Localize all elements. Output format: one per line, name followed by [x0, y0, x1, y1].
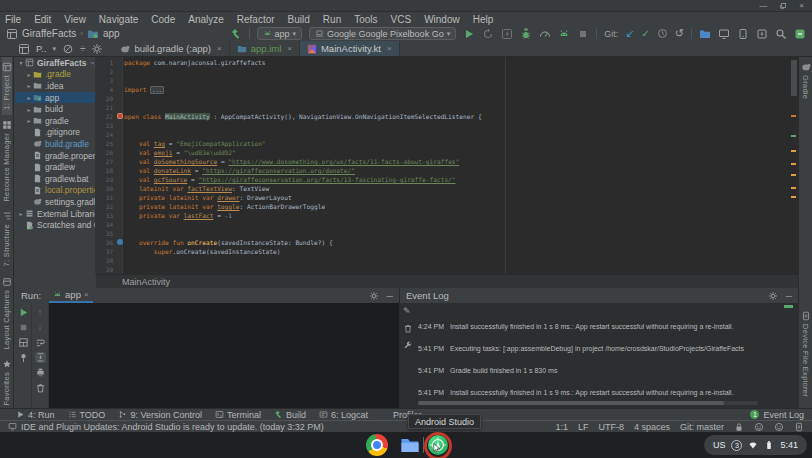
menu-view[interactable]: View [64, 14, 86, 25]
run-tab-app[interactable]: app × [49, 288, 93, 303]
breadcrumb-project[interactable]: GiraffeFacts [22, 28, 76, 39]
pin-icon[interactable] [18, 352, 29, 363]
box-down-icon[interactable] [756, 28, 768, 40]
collapse-icon[interactable]: ÷ [80, 44, 86, 54]
event-log-entry[interactable]: 5:41 PM Gradle build finished in 1 s 830… [418, 359, 785, 381]
tree-item-local-properties[interactable]: local.properties [15, 185, 95, 197]
rerun-icon[interactable] [18, 307, 29, 318]
bug-icon[interactable] [520, 28, 532, 40]
tree-item-gradle[interactable]: ▸ gradle [15, 115, 95, 127]
trash-icon[interactable] [403, 323, 413, 333]
mark-read-icon[interactable]: ✎ [403, 307, 413, 316]
stripe-item-gradle[interactable]: Gradle [801, 57, 811, 104]
soft-wrap-icon[interactable] [35, 337, 46, 348]
tab-app-iml[interactable]: app.iml × [230, 41, 300, 56]
close-icon[interactable]: × [84, 290, 89, 299]
stop-icon[interactable] [18, 322, 29, 333]
wrench-icon[interactable] [403, 340, 413, 350]
gear-icon[interactable] [369, 291, 379, 301]
project-view-icon[interactable] [18, 43, 30, 55]
menu-vcs[interactable]: VCS [391, 14, 412, 25]
smiley-icon[interactable] [774, 422, 784, 432]
event-log-badge[interactable]: 1 Event Log [750, 410, 812, 420]
close-icon[interactable]: × [217, 44, 222, 53]
close-icon[interactable]: × [799, 2, 804, 10]
keyboard-layout[interactable]: US [713, 440, 726, 450]
menu-tools[interactable]: Tools [354, 14, 377, 25]
close-icon[interactable]: × [287, 44, 292, 53]
system-tray[interactable]: US 3 5:41 [704, 435, 807, 455]
smiley-icon[interactable] [754, 422, 764, 432]
menu-run[interactable]: Run [323, 14, 341, 25]
toolwindow-build[interactable]: Build [274, 410, 306, 420]
rollback-icon[interactable]: ↺ [675, 28, 684, 39]
event-log-entry[interactable]: 5:41 PM Install successfully finished in… [418, 381, 785, 403]
minimize-icon[interactable]: ─ [387, 291, 393, 301]
tree-item-build[interactable]: ▸ build [15, 103, 95, 115]
minimize-icon[interactable]: — [759, 2, 767, 10]
hide-icon[interactable] [62, 43, 74, 55]
restore-icon[interactable] [779, 2, 787, 10]
down-icon[interactable]: ↓ [35, 322, 46, 333]
status-segment[interactable]: UTF-8 [598, 422, 624, 432]
class-gutter-icon[interactable] [117, 113, 123, 119]
menu-file[interactable]: File [5, 14, 21, 25]
event-log-entry[interactable]: 5:41 PM Executing tasks: [:app:assembleD… [418, 337, 785, 359]
monitor-icon[interactable] [718, 28, 730, 40]
stripe-item-layout-captures[interactable]: Layout Captures [2, 272, 12, 355]
gear-icon[interactable] [91, 43, 103, 55]
menu-edit[interactable]: Edit [34, 14, 51, 25]
editor-error-stripe[interactable] [790, 57, 798, 274]
restore-layout-icon[interactable] [18, 337, 29, 348]
stripe-item-device-file-explorer[interactable]: Device File Explorer [801, 306, 811, 402]
menu-refactor[interactable]: Refactor [237, 14, 275, 25]
tree-item--gradle[interactable]: ▸ .gradle [15, 69, 95, 81]
menu-code[interactable]: Code [151, 14, 175, 25]
project-view-selector[interactable]: P.. [36, 43, 46, 54]
close-icon[interactable]: × [387, 44, 392, 53]
tree-item-settings-gradle[interactable]: settings.gradle [15, 196, 95, 208]
clear-icon[interactable] [35, 382, 46, 393]
menu-window[interactable]: Window [424, 14, 460, 25]
tree-item--idea[interactable]: ▸ .idea [15, 80, 95, 92]
hammer-icon[interactable] [230, 28, 242, 40]
tree-item-external-libraries[interactable]: ▸ External Libraries [15, 208, 95, 220]
code-editor[interactable]: 1package com.naranjaconsal.giraffefacts2… [96, 57, 798, 274]
scroll-to-end-icon[interactable] [35, 352, 46, 363]
project-tree-panel[interactable]: ▾ GiraffeFacts ~/S ▸ .gradle ▸ .idea ▸ a… [15, 57, 96, 274]
refresh-dim-icon[interactable] [482, 28, 494, 40]
editor-breadcrumb[interactable]: MainActivity [96, 274, 798, 288]
gear-icon[interactable] [768, 291, 778, 301]
gauge-icon[interactable] [539, 28, 551, 40]
up-icon[interactable]: ↑ [35, 307, 46, 318]
breadcrumb-class[interactable]: MainActivity [122, 277, 170, 287]
menu-analyze[interactable]: Analyze [188, 14, 224, 25]
horizontal-scrollbar[interactable] [418, 401, 758, 405]
tree-item-gradlew[interactable]: gradlew [15, 161, 95, 173]
stripe-item-resource-manager[interactable]: Resource Manager [2, 115, 12, 207]
menu-navigate[interactable]: Navigate [99, 14, 138, 25]
chrome-icon[interactable] [366, 434, 388, 456]
menu-help[interactable]: Help [473, 14, 494, 25]
clock-icon[interactable] [657, 28, 668, 39]
tab-build-gradle-app-[interactable]: build.gradle (:app) × [113, 41, 229, 56]
minimize-icon[interactable]: ─ [786, 291, 792, 301]
update-project-icon[interactable]: ↙ [625, 28, 634, 39]
scrollbar-thumb[interactable] [791, 60, 797, 96]
breadcrumb-module[interactable]: app [103, 28, 120, 39]
tree-item-app[interactable]: ▸ app [15, 92, 95, 104]
status-segment[interactable]: Git: master [680, 422, 724, 432]
notification-count[interactable]: 3 [731, 440, 742, 451]
stripe-item-7-structure[interactable]: 7: Structure [2, 206, 12, 271]
search-icon[interactable] [775, 28, 787, 40]
toolwindow-6-logcat[interactable]: 6: Logcat [319, 410, 368, 420]
run-config-selector[interactable]: app▾ [257, 27, 303, 40]
notif-box-icon[interactable] [794, 28, 806, 40]
device-icon[interactable] [794, 422, 804, 432]
bolt-dim-icon[interactable] [501, 28, 513, 40]
stripe-item-1-project[interactable]: 1: Project [2, 57, 12, 115]
device-selector[interactable]: Google Google Pixelbook Go▾ [309, 27, 456, 40]
tree-item-giraffefacts[interactable]: ▾ GiraffeFacts ~/S [15, 57, 95, 69]
print-icon[interactable] [35, 367, 46, 378]
event-log-entries[interactable]: 4:24 PM Install successfully finished in… [418, 315, 785, 403]
